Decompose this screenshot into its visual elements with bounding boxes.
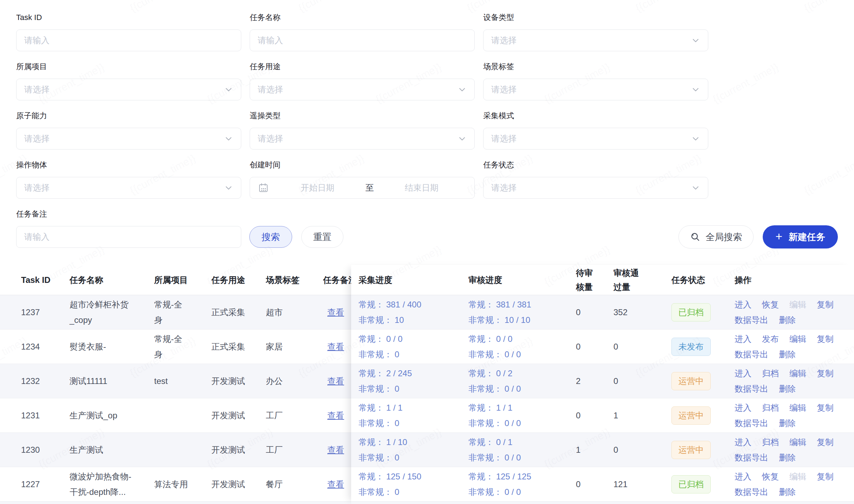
cell-task-id: 1237 [21,295,67,329]
action-link[interactable]: 数据导出 [735,312,768,328]
cell-operations: 进入发布编辑复制数据导出删除 [735,330,848,364]
cell-pending-count: 0 [576,398,609,432]
action-link[interactable]: 数据导出 [735,450,768,465]
action-link[interactable]: 复制 [817,469,834,484]
action-link[interactable]: 编辑 [789,435,806,450]
atomic-capability-select[interactable]: 请选择 [16,128,241,150]
cell-task-status: 运营中 [671,398,735,432]
action-link[interactable]: 数据导出 [735,347,768,362]
cell-pending-count: 0 [576,467,609,501]
filter-label: 所属项目 [16,60,241,74]
cell-scene: 办公 [266,364,315,398]
action-link[interactable]: 删除 [779,416,796,431]
operations-group: 进入归档编辑复制数据导出删除 [735,400,848,431]
action-link[interactable]: 进入 [735,400,751,416]
action-link[interactable]: 进入 [735,331,751,347]
action-link[interactable]: 删除 [779,450,796,465]
table-fixed-right: 采集进度 审核进度 待审核量 审核通过量 任务状态 操作 常规： 381 / 4… [351,265,854,504]
action-link[interactable]: 数据导出 [735,381,768,397]
status-badge: 运营中 [671,441,711,459]
cell-project: 常规-全身 [154,295,207,329]
filter-label: 场景标签 [483,60,708,74]
select-placeholder: 请选择 [24,133,224,144]
action-link[interactable]: 归档 [762,435,779,450]
action-link[interactable]: 归档 [762,366,779,381]
table-row-fixed: 常规： 1 / 1非常规： 0常规： 1 / 1非常规： 0 / 001运营中进… [351,398,854,433]
operate-object-select[interactable]: 请选择 [16,177,241,199]
filter-field-device-type: 设备类型 请选择 [483,11,708,51]
action-link[interactable]: 删除 [779,312,796,328]
filter-label: 设备类型 [483,11,708,25]
new-task-button[interactable]: + 新建任务 [763,225,838,248]
action-link[interactable]: 复制 [817,366,834,381]
cell-project [154,398,207,432]
cell-task-id: 1234 [21,330,67,364]
scene-tag-select[interactable]: 请选择 [483,79,708,100]
action-link[interactable]: 进入 [735,297,751,312]
cell-collect-progress: 常规： 1 / 10非常规： 0 [359,433,464,467]
action-link[interactable]: 归档 [762,400,779,416]
status-badge: 未发布 [671,338,711,356]
action-link[interactable]: 数据导出 [735,484,768,500]
filter-field-teleop-type: 遥操类型 请选择 [250,109,475,150]
filter-field-operate-object: 操作物体 请选择 [16,158,241,199]
action-link[interactable]: 编辑 [789,331,806,347]
cell-task-id: 1231 [21,398,67,432]
action-link[interactable]: 进入 [735,469,751,484]
action-link[interactable]: 复制 [817,400,834,416]
collect-mode-select[interactable]: 请选择 [483,128,708,150]
cell-approved-count: 0 [613,330,670,364]
operations-group: 进入恢复编辑复制数据导出删除 [735,469,848,500]
view-remark-link[interactable]: 查看 [327,410,344,421]
action-link[interactable]: 删除 [779,484,796,500]
task-status-select[interactable]: 请选择 [483,177,708,199]
task-remark-input[interactable]: 请输入 [16,226,241,248]
action-link[interactable]: 编辑 [789,366,806,381]
reset-button[interactable]: 重置 [301,226,343,248]
action-link[interactable]: 进入 [735,435,751,450]
table-row-fixed: 常规： 0 / 0非常规： 0常规： 0 / 0非常规： 0 / 000未发布进… [351,330,854,364]
action-link[interactable]: 复制 [817,297,834,312]
header-operations: 操作 [735,265,848,295]
action-link[interactable]: 恢复 [762,469,779,484]
select-placeholder: 请选择 [24,84,224,95]
action-link[interactable]: 删除 [779,347,796,362]
cell-project [154,433,207,467]
action-link[interactable]: 编辑 [789,400,806,416]
task-id-input[interactable]: 请输入 [16,29,241,51]
task-name-input[interactable]: 请输入 [250,29,475,51]
search-button[interactable]: 搜索 [249,226,292,248]
cell-review-progress: 常规： 1 / 1非常规： 0 / 0 [468,398,574,432]
device-type-select[interactable]: 请选择 [483,29,708,51]
view-remark-link[interactable]: 查看 [327,479,344,490]
calendar-icon [258,182,269,193]
select-placeholder: 请选择 [491,35,691,46]
view-remark-link[interactable]: 查看 [327,376,344,387]
global-search-button[interactable]: 全局搜索 [678,225,754,248]
date-range-picker[interactable]: 开始日期 至 结束日期 [250,177,475,199]
action-link[interactable]: 进入 [735,366,751,381]
filter-actions: 搜索 重置 [249,226,343,248]
view-remark-link[interactable]: 查看 [327,341,344,352]
purpose-select[interactable]: 请选择 [250,79,475,100]
watermark-text: {{current_time}} [711,61,781,105]
action-link[interactable]: 发布 [762,331,779,347]
operations-group: 进入归档编辑复制数据导出删除 [735,435,848,465]
action-link[interactable]: 删除 [779,381,796,397]
table-body-fixed: 常规： 381 / 400非常规： 10常规： 381 / 381非常规： 10… [351,295,854,504]
action-link: 编辑 [789,297,806,312]
filter-label: 任务名称 [250,11,475,25]
action-link[interactable]: 复制 [817,435,834,450]
view-remark-link[interactable]: 查看 [327,444,344,456]
project-select[interactable]: 请选择 [16,79,241,100]
cell-pending-count: 1 [576,433,609,467]
cell-scene: 家居 [266,330,315,364]
action-link[interactable]: 复制 [817,331,834,347]
select-placeholder: 请选择 [24,182,224,193]
action-link[interactable]: 恢复 [762,297,779,312]
cell-task-status: 已归档 [671,467,735,501]
action-link[interactable]: 数据导出 [735,416,768,431]
cell-collect-progress: 常规： 0 / 0非常规： 0 [359,330,464,364]
view-remark-link[interactable]: 查看 [327,307,344,318]
teleop-type-select[interactable]: 请选择 [250,128,475,150]
